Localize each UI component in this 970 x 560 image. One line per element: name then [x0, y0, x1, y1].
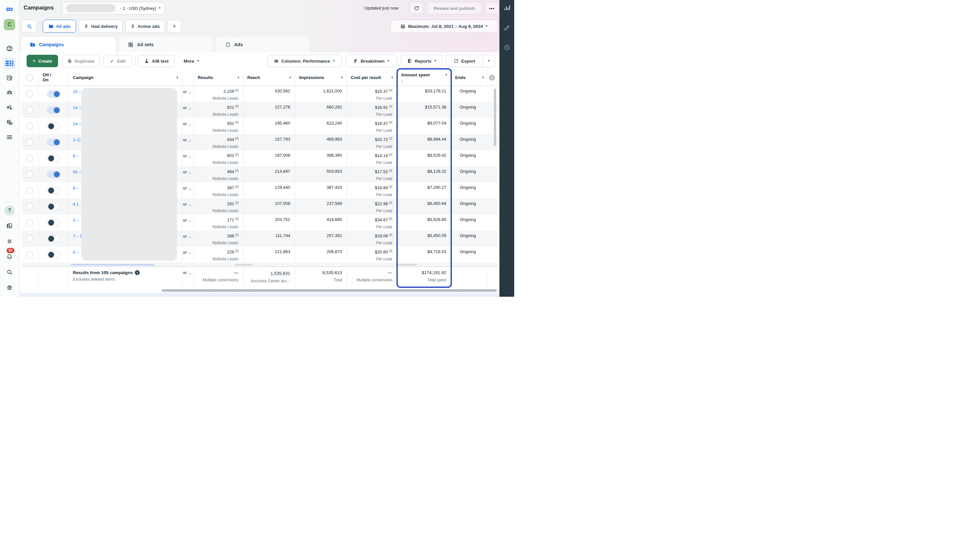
- columns-button[interactable]: Columns: Performance▼: [267, 55, 342, 67]
- column-header-campaign[interactable]: Campaign▼: [69, 70, 182, 85]
- campaign-toggle-switch[interactable]: [47, 187, 60, 194]
- vertical-scrollbar[interactable]: [494, 88, 496, 146]
- column-header-reach[interactable]: Reach▼: [243, 70, 295, 85]
- create-button[interactable]: + Create: [27, 55, 58, 67]
- chevron-down-icon: ▼: [434, 60, 437, 62]
- campaign-toggle-switch[interactable]: [47, 235, 60, 242]
- sidebar-item-updates[interactable]: [3, 220, 16, 232]
- search-button[interactable]: [22, 20, 37, 33]
- refresh-button[interactable]: [410, 2, 423, 15]
- column-header-amount-spent[interactable]: Amount spent▼ ↓: [397, 70, 451, 85]
- clipped-column-text: or ...: [183, 270, 192, 275]
- column-header-ends[interactable]: Ends▼: [451, 70, 488, 85]
- tab-campaigns[interactable]: Campaigns: [21, 37, 116, 52]
- export-button[interactable]: Export: [446, 55, 483, 67]
- updated-status: Updated just now: [364, 5, 398, 10]
- sidebar-item-report-bug[interactable]: [3, 282, 16, 293]
- campaign-name-link[interactable]: 50 –: [73, 170, 81, 175]
- reach-total-link[interactable]: 1,535,631: [270, 271, 290, 276]
- campaign-toggle-switch[interactable]: [47, 171, 60, 178]
- chevron-down-icon: ▼: [482, 77, 484, 79]
- campaign-name-link[interactable]: 4.1: [73, 202, 79, 207]
- date-range-selector[interactable]: Maximum: Jul 8, 2021 – Aug 8, 2024 ▼: [390, 20, 498, 33]
- left-sidebar: ∞ C: [0, 0, 19, 297]
- clipped-column-text: or ...: [183, 153, 192, 158]
- more-options-button[interactable]: •••: [485, 2, 499, 15]
- campaign-toggle-switch[interactable]: [47, 139, 60, 146]
- edit-button[interactable]: Edit: [103, 55, 132, 67]
- meta-logo-icon[interactable]: ∞: [6, 3, 13, 15]
- sidebar-item-advertise[interactable]: [3, 102, 16, 113]
- row-checkbox[interactable]: [26, 155, 33, 162]
- export-icon: [453, 58, 459, 63]
- row-checkbox[interactable]: [26, 203, 33, 210]
- ab-test-button[interactable]: A/B test: [138, 55, 175, 67]
- campaign-toggle-switch[interactable]: [47, 155, 60, 162]
- sidebar-item-help[interactable]: ?: [3, 205, 16, 217]
- campaign-name-link[interactable]: 8 –: [73, 185, 79, 190]
- more-menu-button[interactable]: More▼: [180, 55, 203, 67]
- edit-pencil-icon[interactable]: [503, 24, 511, 32]
- sidebar-item-audiences[interactable]: [3, 87, 16, 99]
- row-checkbox[interactable]: [26, 171, 33, 178]
- filter-chip-all-ads[interactable]: All ads: [43, 20, 76, 33]
- tab-ad-sets[interactable]: Ad sets: [119, 37, 212, 52]
- reports-button[interactable]: Reports▼: [401, 55, 442, 67]
- chevron-down-icon: ▼: [197, 60, 199, 62]
- sidebar-item-notifications[interactable]: 53: [3, 251, 16, 263]
- campaign-toggle-switch[interactable]: [47, 251, 60, 258]
- sidebar-item-ads-reporting[interactable]: [3, 72, 16, 84]
- account-avatar[interactable]: C: [4, 19, 15, 30]
- campaign-toggle-switch[interactable]: [47, 203, 60, 210]
- tab-ads[interactable]: Ads: [217, 37, 310, 52]
- campaign-name-link[interactable]: 6 –: [73, 153, 79, 158]
- review-and-publish-button[interactable]: Review and publish: [426, 2, 482, 15]
- sidebar-item-account-overview[interactable]: [3, 43, 16, 55]
- row-checkbox[interactable]: [26, 219, 33, 226]
- duplicate-button[interactable]: Duplicate: [62, 55, 99, 67]
- row-checkbox[interactable]: [26, 91, 33, 97]
- campaign-name-link[interactable]: 1–C: [73, 137, 81, 142]
- row-checkbox[interactable]: [26, 235, 33, 242]
- column-header-cost-per-result[interactable]: Cost per result▼: [347, 70, 397, 85]
- campaign-name-link[interactable]: 10 –: [73, 89, 81, 94]
- insights-barchart-icon[interactable]: [503, 3, 511, 12]
- row-checkbox[interactable]: [26, 187, 33, 194]
- campaign-name-link[interactable]: 14 –: [73, 105, 81, 110]
- sidebar-item-campaigns[interactable]: [3, 57, 16, 69]
- campaign-name-link[interactable]: 2 –: [73, 218, 79, 223]
- clipped-next-row: [22, 263, 498, 267]
- filter-chip-active-ads[interactable]: Active ads: [125, 20, 165, 33]
- row-checkbox[interactable]: [26, 139, 33, 145]
- chevron-down-icon: ▼: [387, 60, 390, 62]
- sidebar-item-billing[interactable]: [3, 117, 16, 128]
- campaign-toggle-switch[interactable]: [47, 90, 60, 98]
- chevron-down-icon: ▼: [176, 77, 179, 79]
- campaign-toggle-switch[interactable]: [47, 107, 60, 114]
- sidebar-item-search[interactable]: [3, 266, 16, 278]
- row-checkbox[interactable]: [26, 107, 33, 113]
- horizontal-scrollbar[interactable]: [162, 289, 497, 292]
- account-selector[interactable]: . - 1 - USD (Sydney) (… ▼: [62, 2, 165, 15]
- campaign-name-link[interactable]: 5 –: [73, 250, 79, 255]
- campaign-name-link[interactable]: 14 –: [73, 121, 81, 126]
- column-header-impressions[interactable]: Impressions▼: [295, 70, 347, 85]
- sidebar-item-all-tools[interactable]: [3, 131, 16, 143]
- action-toolbar: + Create Duplicate Edit A/B test Mor: [19, 54, 500, 67]
- sidebar-item-settings[interactable]: [3, 235, 16, 247]
- select-all-checkbox[interactable]: [26, 75, 33, 81]
- export-options-button[interactable]: ▼: [483, 55, 495, 67]
- row-checkbox[interactable]: [26, 123, 33, 130]
- clipped-column-text: or ...: [183, 202, 192, 207]
- campaign-toggle-switch[interactable]: [47, 123, 60, 130]
- row-checkbox[interactable]: [26, 252, 33, 258]
- campaign-toggle-switch[interactable]: [47, 219, 60, 226]
- add-column-button[interactable]: +: [488, 70, 498, 85]
- lightning-icon: [130, 23, 135, 29]
- info-icon[interactable]: i: [135, 270, 140, 275]
- column-header-results[interactable]: Results▼: [194, 70, 243, 85]
- history-clock-icon[interactable]: [503, 43, 511, 52]
- add-filter-button[interactable]: +: [167, 20, 181, 33]
- breakdown-button[interactable]: Breakdown▼: [346, 55, 397, 67]
- filter-chip-had-delivery[interactable]: Had delivery: [79, 20, 123, 33]
